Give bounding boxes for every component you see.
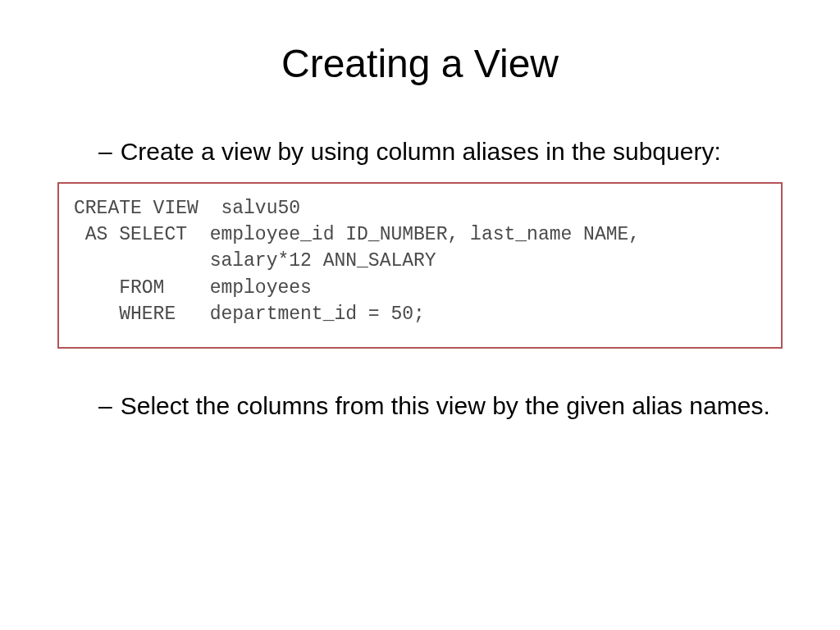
bullet-item-2: – Select the columns from this view by t… [57,390,783,422]
slide-container: Creating a View – Create a view by using… [0,0,840,630]
bullet-text-2: Select the columns from this view by the… [121,390,770,422]
bullet-item-1: – Create a view by using column aliases … [57,135,783,167]
bullet-dash: – [98,390,112,422]
slide-title: Creating a View [57,41,783,86]
bullet-dash: – [98,135,112,167]
code-block: CREATE VIEW salvu50 AS SELECT employee_i… [57,182,783,349]
bullet-text-1: Create a view by using column aliases in… [121,135,721,167]
